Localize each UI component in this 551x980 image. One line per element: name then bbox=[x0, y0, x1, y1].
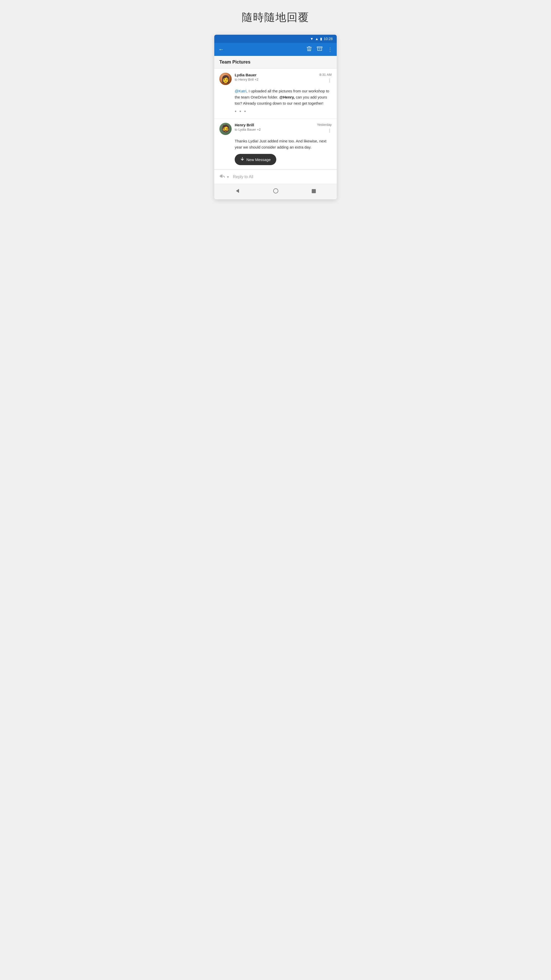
archive-icon[interactable] bbox=[317, 46, 322, 53]
new-message-button[interactable]: New Message bbox=[235, 154, 276, 165]
mention-katri: @Katri bbox=[235, 89, 246, 93]
email-header-lydia: Lydia Bauer to Henry Brill +2 8:31 AM ⋮ bbox=[219, 73, 332, 85]
svg-point-2 bbox=[273, 189, 278, 193]
sender-name-lydia: Lydia Bauer bbox=[235, 73, 319, 77]
email-subject-header: Team Pictures bbox=[214, 56, 337, 68]
email-body-text-henry: Thanks Lydia! Just added mine too. And l… bbox=[235, 139, 327, 149]
sender-info-henry: Henry Brill to Lydia Bauer +2 bbox=[235, 123, 317, 131]
email-item-lydia: Lydia Bauer to Henry Brill +2 8:31 AM ⋮ … bbox=[214, 68, 337, 119]
sender-to-lydia: to Henry Brill +2 bbox=[235, 78, 319, 81]
nav-recents-button[interactable] bbox=[311, 188, 316, 195]
back-button[interactable]: ← bbox=[218, 46, 224, 53]
status-time: 10:28 bbox=[324, 37, 333, 41]
app-bar: ← ⋮ bbox=[214, 43, 337, 56]
svg-rect-3 bbox=[312, 189, 316, 193]
bold-mention-henry: @Henry, bbox=[279, 95, 295, 99]
reply-bar: ▾ Reply to All bbox=[214, 169, 337, 184]
email-meta-lydia: 8:31 AM ⋮ bbox=[319, 73, 332, 83]
email-more-icon-henry[interactable]: ⋮ bbox=[327, 128, 332, 133]
email-thread: Lydia Bauer to Henry Brill +2 8:31 AM ⋮ … bbox=[214, 68, 337, 184]
email-more-icon-lydia[interactable]: ⋮ bbox=[327, 78, 332, 83]
sender-name-henry: Henry Brill bbox=[235, 123, 317, 127]
reply-dropdown-icon[interactable]: ▾ bbox=[227, 175, 229, 179]
loading-dots: • • • bbox=[235, 108, 332, 115]
phone-frame: ▼ ▲ ▮ 10:28 ← bbox=[214, 35, 337, 199]
status-icons: ▼ ▲ ▮ 10:28 bbox=[310, 37, 333, 41]
page-container: 隨時隨地回覆 ▼ ▲ ▮ 10:28 ← bbox=[214, 10, 337, 199]
battery-icon: ▮ bbox=[320, 37, 322, 41]
status-bar: ▼ ▲ ▮ 10:28 bbox=[214, 35, 337, 43]
email-body-lydia: @Katri, I uploaded all the pictures from… bbox=[235, 88, 332, 107]
email-meta-henry: Yesterday ⋮ bbox=[317, 123, 332, 133]
wifi-icon: ▼ bbox=[310, 37, 313, 41]
reply-to-all-label[interactable]: Reply to All bbox=[233, 175, 253, 179]
email-subject: Team Pictures bbox=[219, 59, 251, 65]
nav-back-button[interactable] bbox=[235, 188, 240, 195]
email-time-lydia: 8:31 AM bbox=[319, 73, 332, 76]
reply-all-icon bbox=[219, 174, 225, 180]
sender-info-lydia: Lydia Bauer to Henry Brill +2 bbox=[235, 73, 319, 81]
avatar-lydia bbox=[219, 73, 232, 85]
sender-to-henry: to Lydia Bauer +2 bbox=[235, 127, 317, 131]
signal-icon: ▲ bbox=[315, 37, 319, 41]
app-bar-right: ⋮ bbox=[306, 46, 333, 53]
new-message-label: New Message bbox=[246, 158, 271, 162]
nav-bar bbox=[214, 184, 337, 199]
email-time-henry: Yesterday bbox=[317, 123, 332, 127]
new-message-icon bbox=[240, 157, 245, 162]
email-header-henry: Henry Brill to Lydia Bauer +2 Yesterday … bbox=[219, 123, 332, 135]
email-body-henry: Thanks Lydia! Just added mine too. And l… bbox=[235, 138, 332, 150]
avatar-henry bbox=[219, 123, 232, 135]
svg-marker-1 bbox=[236, 189, 239, 193]
email-item-henry: Henry Brill to Lydia Bauer +2 Yesterday … bbox=[214, 119, 337, 169]
page-title: 隨時隨地回覆 bbox=[242, 10, 309, 24]
more-options-icon[interactable]: ⋮ bbox=[327, 46, 333, 52]
nav-home-button[interactable] bbox=[273, 188, 279, 195]
delete-icon[interactable] bbox=[306, 46, 312, 53]
app-bar-left: ← bbox=[218, 46, 224, 53]
svg-rect-0 bbox=[317, 47, 322, 48]
